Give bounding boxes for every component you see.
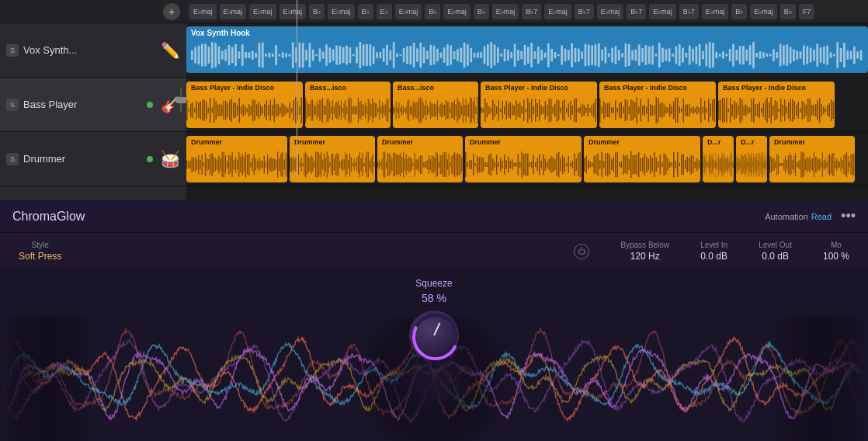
- bass-region[interactable]: Bass Player - Indie Disco: [599, 82, 716, 128]
- svg-rect-122: [601, 50, 603, 61]
- svg-rect-417: [553, 106, 554, 113]
- svg-rect-360: [450, 107, 450, 112]
- bass-region[interactable]: Bass...isco: [305, 82, 391, 128]
- svg-rect-1011: [814, 151, 814, 176]
- svg-rect-342: [424, 105, 425, 114]
- svg-rect-453: [625, 99, 627, 120]
- svg-rect-162: [735, 50, 738, 61]
- svg-rect-302: [365, 102, 366, 118]
- svg-rect-524: [765, 100, 766, 120]
- svg-rect-597: [248, 153, 249, 175]
- svg-rect-593: [242, 154, 243, 175]
- svg-rect-791: [564, 158, 566, 171]
- add-track-button[interactable]: +: [163, 3, 180, 20]
- svg-rect-237: [259, 101, 260, 118]
- svg-rect-562: [189, 160, 190, 168]
- svg-rect-592: [240, 156, 241, 172]
- svg-rect-640: [318, 151, 319, 177]
- svg-rect-594: [244, 156, 245, 172]
- svg-rect-145: [679, 44, 681, 66]
- svg-rect-741: [467, 161, 469, 166]
- level-out-value: 0.0 dB: [762, 251, 789, 262]
- track-solo-button-drummer[interactable]: S: [6, 153, 19, 165]
- svg-rect-1003: [802, 151, 803, 176]
- drummer-region[interactable]: Drummer: [290, 136, 375, 182]
- svg-rect-500: [718, 100, 720, 120]
- svg-rect-364: [456, 104, 457, 116]
- drummer-region[interactable]: Drummer: [377, 136, 463, 182]
- svg-rect-378: [475, 106, 476, 114]
- svg-rect-744: [473, 153, 474, 175]
- drummer-region[interactable]: Drummer: [584, 136, 700, 182]
- svg-rect-5: [208, 47, 210, 64]
- svg-rect-504: [726, 98, 727, 122]
- svg-rect-281: [335, 102, 336, 118]
- bass-region[interactable]: Bass Player - Indie Disco: [718, 82, 835, 128]
- svg-rect-657: [342, 158, 343, 171]
- svg-rect-645: [325, 157, 326, 171]
- drummer-region-label: D...r: [707, 138, 721, 146]
- track-solo-button-bass[interactable]: S: [6, 99, 19, 111]
- svg-rect-11: [228, 45, 231, 65]
- svg-rect-704: [411, 158, 412, 169]
- drummer-region-row[interactable]: Drummer Drummer Drummer Drummer: [186, 132, 868, 186]
- track-item-bass-player[interactable]: S Bass Player 🎸: [0, 78, 186, 132]
- svg-rect-373: [468, 102, 469, 116]
- drummer-region[interactable]: D...r: [703, 136, 734, 182]
- bass-region[interactable]: Bass Player - Indie Disco: [186, 82, 303, 128]
- track-item-vox-synth[interactable]: S Vox Synth... ✏️: [0, 23, 186, 78]
- svg-rect-121: [598, 43, 600, 67]
- svg-rect-831: [644, 154, 646, 175]
- bass-region[interactable]: Bass...isco: [393, 82, 478, 128]
- svg-rect-844: [669, 161, 671, 168]
- drummer-region[interactable]: Drummer: [465, 136, 582, 182]
- bass-player-region-row[interactable]: Bass Player - Indie Disco Bass...isco Ba…: [186, 78, 868, 132]
- drummer-region[interactable]: Drummer: [769, 136, 855, 182]
- track-solo-button-vox[interactable]: S: [6, 44, 19, 57]
- svg-rect-797: [576, 158, 578, 171]
- level-out-control: Level Out 0.0 dB: [759, 241, 792, 262]
- chord-pill: E♭: [377, 4, 392, 19]
- svg-rect-647: [328, 155, 329, 172]
- drummer-region[interactable]: D...r: [736, 136, 767, 182]
- svg-rect-503: [724, 98, 726, 122]
- svg-rect-499: [714, 98, 716, 121]
- svg-rect-322: [396, 101, 397, 119]
- style-control[interactable]: Style Soft Press: [19, 241, 61, 262]
- svg-rect-81: [464, 43, 466, 68]
- svg-rect-69: [423, 47, 425, 64]
- svg-rect-135: [645, 45, 648, 65]
- track-item-drummer[interactable]: S Drummer 🥁: [0, 132, 186, 186]
- bass-region[interactable]: Bass Player - Indie Disco: [481, 82, 597, 128]
- bass-region-label: Bass Player - Indie Disco: [485, 84, 568, 92]
- svg-rect-207: [200, 101, 202, 119]
- svg-rect-469: [656, 96, 658, 123]
- svg-rect-163: [739, 46, 741, 64]
- svg-rect-829: [641, 158, 642, 171]
- more-options-button[interactable]: •••: [841, 208, 856, 224]
- svg-rect-811: [606, 153, 607, 175]
- squeeze-knob[interactable]: [409, 311, 459, 360]
- svg-rect-1030: [841, 157, 842, 172]
- timeline-area[interactable]: E♭majE♭majE♭majE♭majB♭E♭majB♭E♭E♭majB♭E♭…: [186, 0, 868, 200]
- vox-synth-region-row[interactable]: Vox Synth Hook: [186, 23, 868, 78]
- svg-rect-402: [523, 99, 525, 120]
- vox-synth-region[interactable]: Vox Synth Hook: [186, 26, 868, 73]
- squeeze-control[interactable]: Squeeze 58 %: [409, 278, 459, 360]
- svg-rect-143: [672, 54, 674, 57]
- svg-rect-1013: [817, 157, 818, 172]
- svg-rect-448: [615, 99, 616, 120]
- svg-rect-547: [810, 99, 811, 122]
- svg-rect-764: [512, 159, 513, 170]
- plugin-visualizer[interactable]: Squeeze 58 %: [0, 270, 868, 441]
- svg-rect-362: [453, 102, 453, 118]
- svg-rect-603: [259, 158, 259, 171]
- svg-rect-774: [531, 161, 533, 168]
- bypass-power-button[interactable]: ⏻: [574, 244, 589, 259]
- svg-rect-31: [295, 47, 297, 63]
- svg-rect-819: [621, 161, 623, 168]
- drummer-region-label: Drummer: [774, 138, 805, 146]
- drummer-region[interactable]: Drummer: [186, 136, 287, 182]
- svg-rect-705: [413, 162, 414, 165]
- regions-area[interactable]: Vox Synth Hook Bass Player - Indie Disco…: [186, 23, 868, 200]
